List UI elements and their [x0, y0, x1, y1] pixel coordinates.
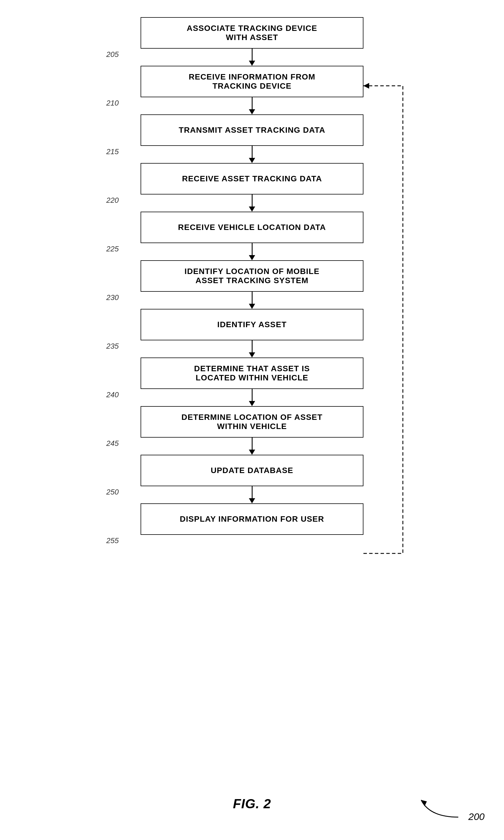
arrow-2	[249, 109, 255, 115]
line-3	[252, 146, 253, 158]
feedback-arrowhead	[363, 83, 369, 89]
arrow-8	[249, 401, 255, 406]
step-235-text: IDENTIFY ASSET	[217, 320, 287, 329]
step-205: ASSOCIATE TRACKING DEVICE WITH ASSET	[141, 17, 363, 49]
line-8	[252, 389, 253, 401]
step-240-text: DETERMINE THAT ASSET IS LOCATED WITHIN V…	[194, 364, 310, 382]
step-225: RECEIVE VEHICLE LOCATION DATA	[141, 212, 363, 243]
step-250: UPDATE DATABASE	[141, 455, 363, 486]
label-235: 235	[106, 342, 119, 350]
step-245: DETERMINE LOCATION OF ASSET WITHIN VEHIC…	[141, 406, 363, 438]
line-1	[252, 49, 253, 61]
arrow-1	[249, 61, 255, 66]
flow-column: ASSOCIATE TRACKING DEVICE WITH ASSET 205…	[141, 17, 363, 535]
arrow-4	[249, 206, 255, 212]
step-240: DETERMINE THAT ASSET IS LOCATED WITHIN V…	[141, 358, 363, 389]
arrow-6	[249, 304, 255, 309]
step-230-text: IDENTIFY LOCATION OF MOBILE ASSET TRACKI…	[184, 267, 320, 285]
label-215: 215	[106, 147, 119, 156]
step-245-text: DETERMINE LOCATION OF ASSET WITHIN VEHIC…	[181, 413, 323, 431]
line-7	[252, 340, 253, 353]
line-6	[252, 292, 253, 304]
line-10	[252, 486, 253, 498]
step-215: TRANSMIT ASSET TRACKING DATA	[141, 115, 363, 146]
arrow-5	[249, 255, 255, 260]
connector-8	[249, 389, 255, 406]
connector-7	[249, 340, 255, 358]
ref-arrow-curve	[421, 800, 458, 817]
label-255: 255	[106, 536, 119, 545]
label-210: 210	[106, 99, 119, 107]
arrow-3	[249, 158, 255, 163]
label-205: 205	[106, 50, 119, 59]
step-210-text: RECEIVE INFORMATION FROM TRACKING DEVICE	[188, 72, 315, 91]
step-210: RECEIVE INFORMATION FROM TRACKING DEVICE	[141, 66, 363, 97]
label-245: 245	[106, 439, 119, 448]
feedback-line	[363, 86, 403, 553]
label-225: 225	[106, 244, 119, 253]
connector-9	[249, 438, 255, 455]
arrow-7	[249, 353, 255, 358]
arrow-10	[249, 498, 255, 503]
label-220: 220	[106, 196, 119, 205]
step-205-text: ASSOCIATE TRACKING DEVICE WITH ASSET	[187, 24, 318, 42]
connector-5	[249, 243, 255, 260]
connector-2	[249, 97, 255, 115]
ref-arrow-svg	[413, 794, 470, 823]
line-9	[252, 438, 253, 450]
step-250-text: UPDATE DATABASE	[211, 466, 293, 475]
step-230: IDENTIFY LOCATION OF MOBILE ASSET TRACKI…	[141, 260, 363, 292]
step-255: DISPLAY INFORMATION FOR USER	[141, 503, 363, 535]
ref-number: 200	[468, 811, 485, 822]
connector-6	[249, 292, 255, 309]
label-230: 230	[106, 293, 119, 302]
figure-label: FIG. 2	[233, 796, 271, 811]
label-240: 240	[106, 390, 119, 399]
ref-arrow-head	[421, 800, 427, 806]
arrow-9	[249, 450, 255, 455]
line-2	[252, 97, 253, 109]
step-215-text: TRANSMIT ASSET TRACKING DATA	[179, 125, 325, 135]
diagram-container: ASSOCIATE TRACKING DEVICE WITH ASSET 205…	[0, 0, 504, 840]
connector-1	[249, 49, 255, 66]
step-235: IDENTIFY ASSET	[141, 309, 363, 340]
line-5	[252, 243, 253, 255]
step-255-text: DISPLAY INFORMATION FOR USER	[180, 515, 324, 524]
connector-3	[249, 146, 255, 163]
step-220: RECEIVE ASSET TRACKING DATA	[141, 163, 363, 194]
connector-4	[249, 194, 255, 212]
connector-10	[249, 486, 255, 503]
step-220-text: RECEIVE ASSET TRACKING DATA	[182, 174, 322, 183]
label-250: 250	[106, 487, 119, 497]
step-225-text: RECEIVE VEHICLE LOCATION DATA	[178, 223, 326, 232]
line-4	[252, 194, 253, 206]
